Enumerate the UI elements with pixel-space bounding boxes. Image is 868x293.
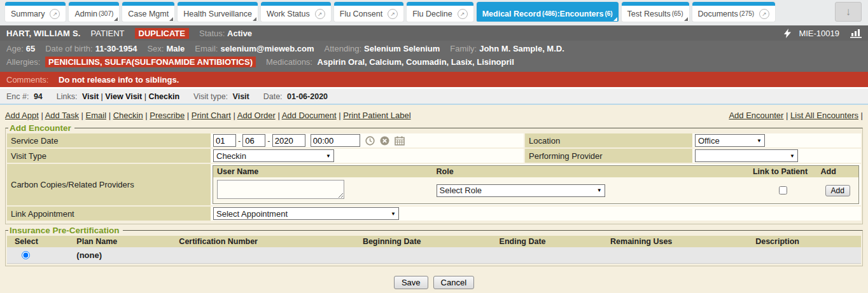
cc-username-input[interactable] — [217, 180, 344, 199]
enc-link-visit[interactable]: Visit — [82, 92, 99, 101]
service-date-day-input[interactable] — [242, 134, 265, 147]
carbon-copies-row: Carbon Copies/Related Providers User Nam… — [7, 164, 861, 205]
download-arrow-icon: ↓ — [846, 6, 851, 18]
service-date-inputs: - - — [211, 133, 524, 147]
tab-case-mgmt[interactable]: Case Mgmt — [122, 2, 174, 22]
tab-label: Health Surveillance — [183, 10, 252, 18]
duplicate-badge[interactable]: DUPLICATE — [135, 28, 189, 39]
status-label: Status: — [199, 29, 225, 38]
link-to-patient-checkbox[interactable] — [779, 186, 787, 194]
action-link-add-encounter[interactable]: Add Encounter — [729, 111, 783, 120]
action-link-email[interactable]: Email — [86, 111, 107, 120]
tab-count: (307) — [99, 10, 113, 17]
tab-documents[interactable]: Documents (275)↗ — [692, 2, 776, 22]
action-link-prescribe[interactable]: Prescribe — [150, 111, 185, 120]
enc-links-list: Visit | View Visit | Checkin — [82, 92, 179, 101]
performing-provider-select[interactable]: ▼ — [695, 149, 798, 162]
tab-medical-record[interactable]: Medical Record (486):Encounters (6) — [477, 2, 619, 22]
save-button[interactable]: Save — [394, 276, 428, 289]
action-link-print-chart[interactable]: Print Chart — [192, 111, 231, 120]
tab-count: (275) — [739, 10, 754, 17]
chevron-down-icon: ▼ — [757, 138, 762, 144]
chevron-down-icon: ▼ — [326, 153, 331, 159]
cc-column-header-role: Role — [433, 166, 749, 178]
lightning-bolt-icon[interactable] — [784, 29, 791, 38]
action-link-checkin[interactable]: Checkin — [113, 111, 143, 120]
footer-buttons: Save Cancel — [5, 276, 863, 289]
allergies-label: Allergies: — [6, 57, 40, 67]
location-value-cell: Office ▼ — [692, 133, 861, 147]
date-dash: - — [238, 136, 241, 146]
demographic-attending: Attending:Selenium Selenium — [325, 42, 440, 55]
bar-chart-icon[interactable] — [850, 29, 862, 38]
tab-summary[interactable]: Summary↗ — [5, 2, 66, 22]
link-appointment-select[interactable]: Select Appointment ▼ — [213, 207, 399, 220]
action-links-right: Add Encounter | List All Encounters | — [729, 111, 863, 120]
carbon-copies-input-row: Select Role ▼ Add — [213, 177, 859, 204]
insurance-column-header-description: Description — [752, 236, 861, 247]
visit-type-select[interactable]: Checkin ▼ — [213, 149, 334, 162]
tab-admin[interactable]: Admin (307) — [69, 2, 119, 22]
comments-value: Do not release info to siblings. — [59, 75, 179, 85]
add-encounter-fieldset: Add Encounter Service Date - - — [5, 123, 863, 224]
chart-id: MIE-10019 — [799, 29, 839, 38]
insurance-none-radio[interactable] — [22, 251, 30, 259]
clear-date-icon[interactable] — [380, 136, 389, 146]
download-button[interactable]: ↓ — [835, 2, 862, 22]
demographic-value: John M. Sample, M.D. — [479, 44, 564, 53]
popup-arrow-icon[interactable]: ↗ — [458, 9, 468, 19]
enc-link-view-visit[interactable]: View Visit — [105, 92, 142, 101]
insurance-precert-table: SelectPlan NameCertification NumberBegin… — [7, 236, 861, 264]
allergies-badge[interactable]: PENICILLINS, SULFA(SULFONAMIDE ANTIBIOTI… — [45, 57, 256, 67]
visit-type: Visit type: Visit — [193, 92, 249, 101]
demographic-value: Selenium Selenium — [364, 44, 440, 53]
service-date-label: Service Date — [7, 133, 211, 147]
tab-test-results[interactable]: Test Results (65) — [622, 2, 689, 22]
tab-label: :Encounters — [557, 10, 603, 18]
popup-arrow-icon[interactable]: ↗ — [50, 9, 60, 19]
patient-name: HART, WILLIAM S. — [6, 29, 81, 38]
cc-role-select[interactable]: Select Role ▼ — [437, 184, 605, 197]
enc-link-checkin[interactable]: Checkin — [148, 92, 179, 101]
action-link-print-patient-label[interactable]: Print Patient Label — [343, 111, 410, 120]
popup-arrow-icon[interactable]: ↗ — [388, 9, 398, 19]
demographic-label: Date of birth: — [45, 44, 92, 53]
tab-flu-consent[interactable]: Flu Consent↗ — [334, 2, 403, 22]
demographic-label: Age: — [6, 44, 24, 53]
enc-date-value: 01-06-2020 — [287, 92, 328, 101]
tab-count: (65) — [672, 10, 683, 17]
tab-health-surveillance[interactable]: Health Surveillance — [178, 2, 258, 22]
tab-label: Case Mgmt — [128, 10, 169, 18]
patient-type-label: PATIENT — [91, 29, 125, 38]
performing-provider-label: Performing Provider — [525, 149, 692, 163]
main-content: Add Appt | Add Task | Email | Checkin | … — [0, 105, 868, 289]
clock-icon[interactable] — [365, 136, 375, 146]
service-date-month-input[interactable] — [213, 134, 236, 147]
service-time-input[interactable] — [311, 134, 360, 147]
insurance-column-header-remaining-uses: Remaining Uses — [606, 236, 752, 247]
calendar-icon[interactable] — [395, 136, 405, 146]
tab-count: (486) — [542, 10, 557, 17]
medications-label: Medications: — [266, 57, 312, 67]
demographic-label: Attending: — [325, 44, 362, 53]
tab-work-status[interactable]: Work Status↗ — [261, 2, 331, 22]
action-link-add-task[interactable]: Add Task — [45, 111, 79, 120]
action-link-add-appt[interactable]: Add Appt — [5, 111, 39, 120]
cancel-button[interactable]: Cancel — [433, 276, 474, 289]
carbon-copies-label: Carbon Copies/Related Providers — [7, 164, 211, 205]
action-link-add-order[interactable]: Add Order — [237, 111, 276, 120]
insurance-column-header-select: Select — [7, 236, 73, 247]
link-appointment-label: Link Appointment — [7, 207, 211, 221]
service-date-year-input[interactable] — [272, 134, 305, 147]
enc-date: Date: 01-06-2020 — [263, 92, 328, 101]
location-select[interactable]: Office ▼ — [695, 134, 765, 147]
action-link-add-document[interactable]: Add Document — [282, 111, 337, 120]
insurance-precert-fieldset: Insurance Pre-Certification SelectPlan N… — [5, 226, 863, 266]
link-separator: | — [185, 111, 192, 120]
cc-add-button[interactable]: Add — [825, 185, 850, 196]
tab-flu-decline[interactable]: Flu Decline↗ — [407, 2, 473, 22]
action-link-list-all-encounters[interactable]: List All Encounters — [790, 111, 858, 120]
service-date-row: Service Date - - Location — [7, 133, 861, 147]
popup-arrow-icon[interactable]: ↗ — [315, 9, 325, 19]
popup-arrow-icon[interactable]: ↗ — [759, 9, 769, 19]
